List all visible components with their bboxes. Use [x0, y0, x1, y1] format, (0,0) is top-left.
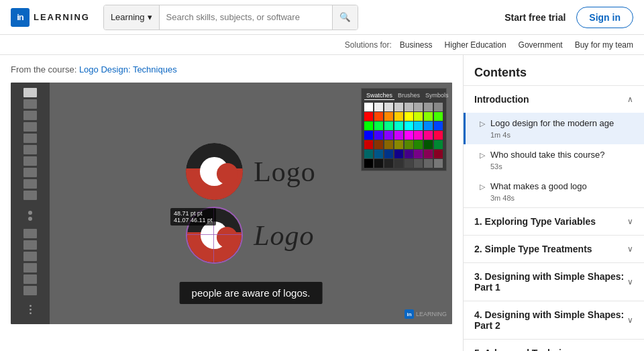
- play-icon-2: ▷: [480, 151, 485, 160]
- swatch-cell[interactable]: [394, 112, 403, 121]
- swatch-cell[interactable]: [414, 150, 423, 158]
- coordinates-tooltip: 48.71 pt pt 41.07 46.11 pt: [170, 208, 216, 225]
- swatch-cell[interactable]: [434, 103, 443, 111]
- video-player[interactable]: ••• Swatches Brushes Symbols: [11, 83, 452, 324]
- swatch-cell[interactable]: [424, 131, 433, 140]
- tool-misc3: [23, 252, 37, 261]
- swatch-cell[interactable]: [394, 140, 403, 149]
- section-shapes-1-chevron: ∨: [627, 277, 633, 287]
- watermark-logo: in: [405, 309, 414, 319]
- swatch-cell[interactable]: [364, 150, 373, 158]
- start-trial-button[interactable]: Start free trial: [504, 12, 566, 23]
- swatch-cell[interactable]: [434, 150, 443, 158]
- section-simple-type-label: 2. Simple Type Treatments: [474, 244, 592, 254]
- sublink-higher-education[interactable]: Higher Education: [445, 40, 506, 50]
- swatch-cell[interactable]: [434, 121, 443, 130]
- section-shapes-1[interactable]: 3. Designing with Simple Shapes: Part 1 …: [464, 262, 644, 301]
- search-dropdown-button[interactable]: Learning ▾: [104, 5, 160, 30]
- lesson-item-3[interactable]: ▷ What makes a good logo 3m 48s: [464, 176, 644, 207]
- swatch-cell[interactable]: [374, 140, 383, 149]
- swatch-cell[interactable]: [414, 112, 423, 121]
- swatch-cell[interactable]: [374, 112, 383, 121]
- swatch-cell[interactable]: [424, 103, 433, 111]
- section-advanced[interactable]: 5. Advanced Techniques ∨: [464, 339, 644, 351]
- video-container: ••• Swatches Brushes Symbols: [11, 83, 452, 324]
- section-shapes-2-chevron: ∨: [627, 315, 633, 325]
- section-type-variables[interactable]: 1. Exploring Type Variables ∨: [464, 207, 644, 235]
- swatches-tab-swatches[interactable]: Swatches: [364, 91, 394, 100]
- swatch-cell[interactable]: [405, 121, 413, 130]
- swatch-cell[interactable]: [405, 140, 413, 149]
- section-introduction-label: Introduction: [474, 94, 529, 105]
- swatch-cell[interactable]: [384, 112, 393, 121]
- search-input[interactable]: [160, 5, 332, 30]
- swatch-cell[interactable]: [434, 131, 443, 140]
- swatches-tab-brushes[interactable]: Brushes: [396, 91, 422, 100]
- swatch-cell[interactable]: [424, 112, 433, 121]
- swatch-cell[interactable]: [374, 159, 383, 168]
- logo-area: in LEARNING: [11, 8, 90, 27]
- swatches-tab-symbols[interactable]: Symbols: [423, 91, 451, 100]
- swatch-cell[interactable]: [374, 131, 383, 140]
- section-shapes-2-label: 4. Designing with Simple Shapes: Part 2: [474, 309, 627, 331]
- breadcrumb-course-link[interactable]: Logo Design: Techniques: [79, 64, 177, 74]
- swatch-cell[interactable]: [405, 150, 413, 158]
- swatch-cell[interactable]: [405, 159, 413, 168]
- lesson-item-1[interactable]: ▷ Logo design for the modern age 1m 4s: [464, 113, 644, 144]
- search-button[interactable]: 🔍: [332, 5, 358, 30]
- swatch-cell[interactable]: [384, 159, 393, 168]
- swatch-cell[interactable]: [364, 159, 373, 168]
- sublink-government[interactable]: Government: [519, 40, 563, 50]
- section-simple-type[interactable]: 2. Simple Type Treatments ∨: [464, 235, 644, 262]
- sublink-business[interactable]: Business: [400, 40, 433, 50]
- swatch-cell[interactable]: [364, 112, 373, 121]
- swatch-cell[interactable]: [424, 121, 433, 130]
- sublink-buy-team[interactable]: Buy for my team: [575, 40, 633, 50]
- swatch-cell[interactable]: [384, 131, 393, 140]
- swatch-cell[interactable]: [414, 140, 423, 149]
- swatch-cell[interactable]: [364, 103, 373, 111]
- swatch-cell[interactable]: [414, 103, 423, 111]
- swatch-cell[interactable]: [384, 121, 393, 130]
- linkedin-logo: in: [11, 8, 30, 27]
- swatch-cell[interactable]: [384, 150, 393, 158]
- section-shapes-2[interactable]: 4. Designing with Simple Shapes: Part 2 …: [464, 301, 644, 339]
- swatch-cell[interactable]: [414, 121, 423, 130]
- section-introduction[interactable]: Introduction ∧: [464, 85, 644, 113]
- tool-misc4: [23, 263, 37, 272]
- swatch-cell[interactable]: [374, 103, 383, 111]
- tool-eyedropper: [23, 168, 37, 177]
- swatch-cell[interactable]: [394, 159, 403, 168]
- swatch-cell[interactable]: [434, 140, 443, 149]
- swatch-cell[interactable]: [364, 140, 373, 149]
- lesson-info-1: Logo design for the modern age 1m 4s: [490, 118, 633, 139]
- swatch-cell[interactable]: [434, 159, 443, 168]
- swatch-cell[interactable]: [405, 112, 413, 121]
- swatch-cell[interactable]: [364, 121, 373, 130]
- color-fill: [28, 211, 32, 215]
- swatch-cell[interactable]: [405, 131, 413, 140]
- swatch-cell[interactable]: [384, 103, 393, 111]
- swatch-cell[interactable]: [374, 121, 383, 130]
- swatch-cell[interactable]: [364, 131, 373, 140]
- section-type-variables-label: 1. Exploring Type Variables: [474, 216, 596, 227]
- sign-in-button[interactable]: Sign in: [576, 7, 633, 28]
- lesson-item-2[interactable]: ▷ Who should take this course? 53s: [464, 144, 644, 176]
- swatch-cell[interactable]: [394, 103, 403, 111]
- swatch-cell[interactable]: [414, 131, 423, 140]
- play-icon-1: ▷: [480, 119, 485, 128]
- swatch-cell[interactable]: [424, 159, 433, 168]
- swatch-cell[interactable]: [424, 150, 433, 158]
- swatch-cell[interactable]: [394, 131, 403, 140]
- swatch-cell[interactable]: [434, 112, 443, 121]
- swatch-cell[interactable]: [374, 150, 383, 158]
- lesson-duration-1: 1m 4s: [490, 131, 633, 139]
- swatch-cell[interactable]: [405, 103, 413, 111]
- swatch-cell[interactable]: [394, 150, 403, 158]
- solutions-links: Business Higher Education Government Buy…: [400, 40, 633, 50]
- swatch-cell[interactable]: [414, 159, 423, 168]
- swatch-cell[interactable]: [384, 140, 393, 149]
- swatch-cell[interactable]: [424, 140, 433, 149]
- section-type-variables-chevron: ∨: [627, 217, 633, 226]
- swatch-cell[interactable]: [394, 121, 403, 130]
